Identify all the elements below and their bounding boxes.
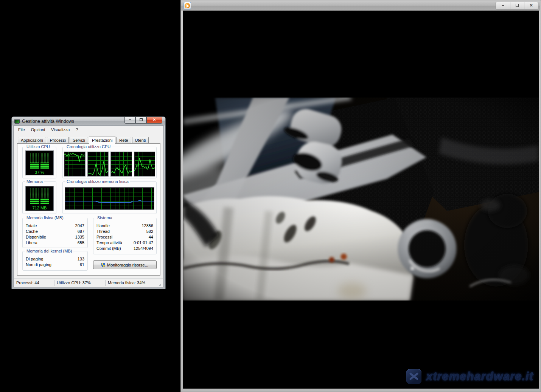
- memory-history-label: Cronologia utilizzo memoria fisica: [65, 179, 130, 184]
- memory-gauge: 712 MB: [25, 186, 54, 211]
- table-row: Commit (MB)1254/4094: [96, 246, 153, 251]
- maximize-icon: [516, 4, 519, 7]
- cpu-history-graph-3: [110, 152, 132, 177]
- cpu-history-graph-2: [87, 152, 109, 177]
- cpu-history-group: Cronologia utilizzo CPU: [62, 147, 157, 178]
- table-row: Non di paging61: [26, 262, 84, 268]
- cpu-usage-group: Utilizzo CPU 37 %: [22, 147, 56, 178]
- cpu-history-graphs: [64, 152, 155, 177]
- tab-rete[interactable]: Rete: [116, 137, 131, 143]
- player-close-button[interactable]: ✕: [524, 2, 538, 9]
- media-player-app-icon[interactable]: [183, 2, 191, 9]
- window-title: Gestione attività Windows: [22, 119, 74, 124]
- uac-shield-icon: [101, 263, 105, 267]
- task-manager-client-area: File Opzioni Visualizza ? Applicazioni P…: [13, 126, 164, 287]
- table-row: Libera655: [26, 240, 84, 246]
- close-icon: ✕: [529, 3, 533, 8]
- minimize-button[interactable]: –: [124, 117, 135, 124]
- cpu-history-graph-4: [134, 152, 155, 177]
- status-bar: Processi: 44 Utilizzo CPU: 37% Memoria f…: [14, 279, 163, 287]
- player-minimize-button[interactable]: –: [496, 2, 510, 9]
- memory-history-group: Cronologia utilizzo memoria fisica: [62, 181, 157, 214]
- memory-history-graph: [65, 187, 154, 210]
- watermark-text: xtremehardware.it: [426, 370, 533, 383]
- physical-memory-group: Memoria fisica (MB) Totale2047 Cache687 …: [22, 218, 88, 248]
- tab-control: Applicazioni Processi Servizi Prestazion…: [17, 136, 160, 276]
- task-manager-app-icon: [14, 119, 20, 124]
- minimize-icon: –: [502, 3, 504, 8]
- watermark: xtremehardware.it: [406, 369, 533, 384]
- table-row: Thread582: [96, 229, 153, 234]
- memory-gauge-group: Memoria 712 MB: [22, 181, 56, 214]
- menu-view[interactable]: Visualizza: [48, 126, 73, 133]
- tab-processi[interactable]: Processi: [47, 137, 69, 143]
- video-frame: [183, 98, 539, 301]
- cpu-history-label: Cronologia utilizzo CPU: [65, 144, 112, 149]
- cpu-usage-label: Utilizzo CPU: [25, 144, 51, 149]
- video-still-nanosuit: [183, 98, 539, 301]
- tab-servizi[interactable]: Servizi: [70, 137, 88, 143]
- status-cpu-usage: Utilizzo CPU: 37%: [54, 280, 105, 286]
- table-row: Disponibile1335: [26, 234, 84, 240]
- system-group: Sistema Handle12856 Thread582 Processi44…: [93, 218, 157, 254]
- cpu-usage-gauge: 37 %: [25, 150, 54, 175]
- cpu-history-graph-1: [64, 152, 86, 177]
- xtremehardware-logo-icon: [406, 369, 421, 384]
- video-display-area[interactable]: xtremehardware.it: [183, 11, 539, 389]
- tab-prestazioni[interactable]: Prestazioni: [89, 136, 115, 144]
- tab-applicazioni[interactable]: Applicazioni: [18, 137, 46, 143]
- table-row: Di paging133: [26, 256, 84, 262]
- media-player-titlebar[interactable]: [181, 1, 540, 11]
- menu-options[interactable]: Opzioni: [28, 126, 48, 133]
- kernel-memory-title: Memoria del kernel (MB): [25, 249, 73, 253]
- close-icon: ✕: [153, 118, 156, 122]
- table-row: Handle12856: [96, 223, 153, 229]
- status-processes: Processi: 44: [14, 280, 54, 286]
- resize-grip[interactable]: [159, 282, 162, 286]
- resource-monitor-button-label: Monitoraggio risorse...: [107, 263, 148, 267]
- minimize-icon: –: [129, 118, 131, 122]
- memory-label: Memoria: [25, 179, 44, 184]
- physical-memory-title: Memoria fisica (MB): [25, 215, 65, 220]
- task-manager-window: Gestione attività Windows – ✕ File Opzio…: [11, 116, 166, 289]
- cpu-usage-value: 37 %: [26, 170, 53, 175]
- menu-bar: File Opzioni Visualizza ?: [14, 126, 163, 133]
- memory-value: 712 MB: [26, 206, 53, 210]
- system-title: Sistema: [96, 215, 113, 220]
- tab-utenti[interactable]: Utenti: [132, 137, 149, 143]
- table-row: Tempo attività0:01:01:47: [96, 240, 153, 246]
- table-row: Cache687: [26, 229, 84, 234]
- menu-help[interactable]: ?: [73, 126, 81, 133]
- performance-tab-page: Utilizzo CPU 37 % Cronologia utilizzo CP…: [17, 143, 160, 276]
- media-player-window: – ✕: [180, 0, 541, 392]
- player-maximize-button[interactable]: [510, 2, 524, 9]
- table-row: Processi44: [96, 234, 153, 240]
- maximize-icon: [140, 118, 143, 121]
- table-row: Totale2047: [26, 223, 84, 229]
- resource-monitor-button[interactable]: Monitoraggio risorse...: [93, 260, 157, 269]
- kernel-memory-group: Memoria del kernel (MB) Di paging133 Non…: [22, 251, 88, 271]
- close-button[interactable]: ✕: [146, 117, 162, 124]
- menu-file[interactable]: File: [15, 126, 28, 133]
- status-physical-memory: Memoria fisica: 34%: [105, 280, 148, 286]
- tab-strip: Applicazioni Processi Servizi Prestazion…: [18, 136, 160, 143]
- maximize-button[interactable]: [135, 117, 146, 124]
- player-window-controls: – ✕: [496, 2, 538, 9]
- window-controls: – ✕: [124, 117, 162, 124]
